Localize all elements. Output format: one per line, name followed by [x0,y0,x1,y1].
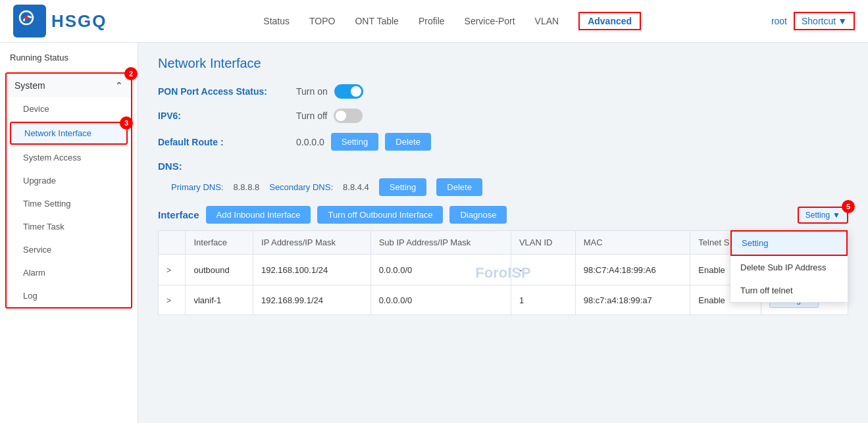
main-nav: Status TOPO ONT Table Profile Service-Po… [134,12,771,30]
sidebar-item-upgrade[interactable]: Upgrade [7,169,131,192]
sidebar-system-header[interactable]: System ⌃ 2 [7,74,131,97]
row1-sub-ip: 0.0.0.0/0 [370,255,511,286]
nav-service-port[interactable]: Service-Port [465,12,515,30]
logo-text: HSGQ [51,11,107,32]
nav-vlan[interactable]: VLAN [535,12,559,30]
dropdown-setting-item[interactable]: Setting [730,230,848,256]
dns-setting-button[interactable]: Setting [379,178,426,196]
add-inbound-button[interactable]: Add Inbound Interface [206,206,311,224]
pon-label: PON Port Access Status: [158,86,290,97]
row2-expand-button[interactable]: > [166,296,171,305]
pon-status-row: PON Port Access Status: Turn on [158,84,848,99]
col-mac: MAC [575,231,690,255]
row1-expand-button[interactable]: > [166,266,171,275]
logo-icon [13,5,46,37]
col-vlan: VLAN ID [511,231,575,255]
sidebar-item-log[interactable]: Log [7,284,131,307]
row1-ip: 192.168.100.1/24 [253,255,371,286]
sidebar-item-network-interface[interactable]: Network Interface 3 [10,122,128,145]
row1-vlan: - [511,255,575,286]
setting-dropdown-badge: 5 [842,200,855,213]
shortcut-button[interactable]: Shortcut ▼ [794,12,855,30]
interface-setting-label: Setting [805,211,830,220]
svg-point-1 [24,16,28,20]
ipv6-row: IPV6: Turn off [158,109,848,123]
logo-area: HSGQ [13,5,107,37]
interface-header: Interface Add Inbound Interface Turn off… [158,206,848,224]
chevron-up-icon: ⌃ [115,80,123,91]
main-content: Network Interface PON Port Access Status… [138,43,868,423]
default-route-delete-button[interactable]: Delete [385,133,431,151]
network-interface-badge: 3 [120,116,133,130]
col-expand [159,231,186,255]
dropdown-turn-off-telnet-item[interactable]: Turn off telnet [730,279,848,302]
row2-interface: vlanif-1 [186,286,253,315]
interface-setting-dropdown-button[interactable]: Setting ▼ [798,207,848,224]
chevron-down-icon: ▼ [832,211,840,220]
sidebar-item-system-access[interactable]: System Access [7,146,131,169]
ipv6-label: IPV6: [158,111,290,121]
row1-expand: > [159,255,186,286]
nav-profile[interactable]: Profile [419,12,445,30]
default-route-label: Default Route : [158,137,290,147]
default-route-row: Default Route : 0.0.0.0 Setting Delete [158,133,848,151]
row2-mac: 98:c7:a4:18:99:a7 [575,286,690,315]
shortcut-chevron-icon: ▼ [838,16,847,26]
sidebar-system-label: System [14,80,45,91]
sidebar-running-status[interactable]: Running Status [0,43,138,69]
row2-vlan: 1 [511,286,575,315]
interface-actions: Interface Add Inbound Interface Turn off… [158,206,507,224]
header-right: root Shortcut ▼ [771,12,855,30]
sidebar: Running Status System ⌃ 2 Device Network… [0,43,138,423]
header: HSGQ Status TOPO ONT Table Profile Servi… [0,0,868,43]
row2-ip: 192.168.99.1/24 [253,286,371,315]
primary-dns-value: 8.8.8.8 [233,182,259,192]
pon-value: Turn on [296,86,328,97]
sidebar-item-service[interactable]: Service [7,238,131,261]
row2-expand: > [159,286,186,315]
header-user: root [771,16,787,26]
col-sub-ip: Sub IP Address/IP Mask [370,231,511,255]
pon-toggle[interactable] [334,84,363,99]
ipv6-toggle[interactable] [334,109,363,123]
shortcut-label: Shortcut [802,16,836,26]
secondary-dns-value: 8.8.4.4 [343,182,369,192]
secondary-dns-label: Secondary DNS: [269,182,333,192]
sidebar-item-device[interactable]: Device [7,97,131,120]
nav-ont-table[interactable]: ONT Table [355,12,398,30]
sidebar-item-time-setting[interactable]: Time Setting [7,192,131,215]
sidebar-system-section: System ⌃ 2 Device Network Interface 3 Sy… [5,72,132,309]
sidebar-item-alarm[interactable]: Alarm [7,261,131,284]
default-route-value: 0.0.0.0 [296,137,324,147]
turn-off-outbound-button[interactable]: Turn off Outbound Interface [317,206,443,224]
layout: Running Status System ⌃ 2 Device Network… [0,43,868,423]
sidebar-item-timer-task[interactable]: Timer Task [7,215,131,238]
dropdown-delete-sub-ip-item[interactable]: Delete Sub IP Address [730,256,848,279]
ipv6-value: Turn off [296,111,327,121]
default-route-setting-button[interactable]: Setting [331,133,378,151]
nav-status[interactable]: Status [263,12,290,30]
col-interface: Interface [186,231,253,255]
row1-interface: outbound [186,255,253,286]
dns-delete-button[interactable]: Delete [436,178,482,196]
interface-title: Interface [158,209,199,220]
row1-mac: 98:C7:A4:18:99:A6 [575,255,690,286]
dns-row: Primary DNS: 8.8.8.8 Secondary DNS: 8.8.… [158,178,848,196]
page-title: Network Interface [158,56,848,71]
interface-right: Setting ▼ 5 Setting Delete Sub IP Addres… [798,207,848,224]
row2-sub-ip: 0.0.0.0/0 [370,286,511,315]
system-badge: 2 [124,67,138,80]
primary-dns-label: Primary DNS: [171,182,223,192]
diagnose-button[interactable]: Diagnose [449,206,507,224]
nav-advanced[interactable]: Advanced [578,12,641,30]
col-ip: IP Address/IP Mask [253,231,371,255]
dns-section-title: DNS: [158,161,848,172]
nav-topo[interactable]: TOPO [309,12,335,30]
setting-dropdown-menu: Setting Delete Sub IP Address Turn off t… [730,230,848,303]
